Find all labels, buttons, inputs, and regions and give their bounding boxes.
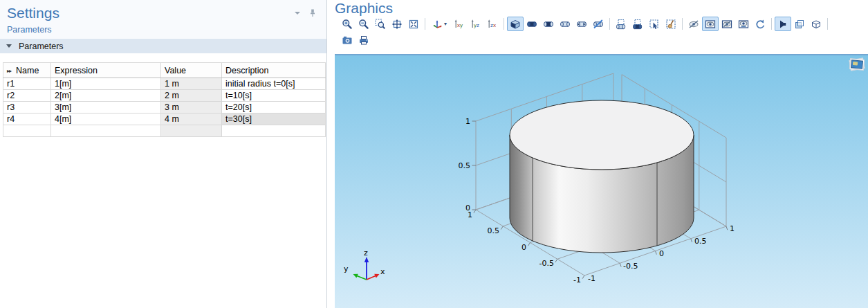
y-axis-tick-label: 0.5 xyxy=(488,226,500,235)
view-xy-icon: xy xyxy=(454,19,465,30)
view-unhidden-button[interactable] xyxy=(702,17,719,31)
cell-description[interactable]: t=10[s] xyxy=(222,90,326,102)
zoom-box-icon xyxy=(375,19,386,30)
show-hidden-button[interactable] xyxy=(735,17,752,31)
cell-expression[interactable] xyxy=(51,125,161,137)
cell-expression[interactable]: 4[m] xyxy=(51,114,161,125)
zoom-out-button[interactable] xyxy=(355,17,372,31)
wireframe-button[interactable] xyxy=(808,17,824,31)
view-yz-button[interactable]: yz xyxy=(468,17,484,31)
wireframe-icon xyxy=(811,19,822,30)
deselect-all-button[interactable] xyxy=(590,17,607,31)
toolbar-separator xyxy=(609,18,610,30)
cell-name[interactable]: r4 xyxy=(3,114,51,125)
select-domains-button[interactable] xyxy=(524,17,540,31)
zoom-to-selection-icon xyxy=(408,19,419,30)
cell-expression[interactable]: 3[m] xyxy=(51,102,161,114)
print-icon xyxy=(358,35,369,46)
go-to-default-view-button[interactable]: ▾ xyxy=(428,17,451,31)
select-edges-button[interactable] xyxy=(557,17,573,31)
toolbar-separator xyxy=(682,18,683,30)
transparency-icon xyxy=(794,19,805,30)
select-points-button[interactable] xyxy=(573,17,590,31)
y-axis-tick-label: 1 xyxy=(468,210,472,219)
table-row: r11[m]1 minitial radius t=0[s] xyxy=(3,78,326,90)
collapse-triangle-icon[interactable] xyxy=(6,44,12,48)
zoom-in-icon xyxy=(342,19,353,30)
add-selection-to-box-button[interactable] xyxy=(613,17,629,31)
settings-panel-subtitle: Parameters xyxy=(7,25,320,37)
plot-thumbnail-icon[interactable] xyxy=(849,58,865,71)
scene-light-button[interactable] xyxy=(775,17,791,31)
cell-name[interactable]: r1 xyxy=(3,78,51,90)
cell-name[interactable]: r2 xyxy=(3,90,51,102)
print-button[interactable] xyxy=(355,33,372,47)
cell-value[interactable] xyxy=(161,125,222,137)
reset-hiding-icon xyxy=(755,19,766,30)
graphics-panel-title: Graphics xyxy=(335,0,868,16)
x-axis-tick-label: -1 xyxy=(588,274,595,283)
column-header-expression[interactable]: Expression xyxy=(51,63,161,78)
reset-hiding-button[interactable] xyxy=(752,17,768,31)
cell-name[interactable] xyxy=(3,125,51,137)
cell-value[interactable]: 3 m xyxy=(161,102,222,114)
view-zx-button[interactable]: zx xyxy=(484,17,501,31)
view-hidden-icon xyxy=(721,19,732,30)
cell-expression[interactable]: 2[m] xyxy=(51,90,161,102)
panel-menu-icon[interactable] xyxy=(292,8,303,19)
column-header-description[interactable]: Description xyxy=(222,63,326,78)
cell-description[interactable]: initial radius t=0[s] xyxy=(222,78,326,90)
graphics-canvas[interactable]: 1 0.5 0 1 0.5 0 -0.5 -1 -1 -0.5 0 0.5 1 xyxy=(335,54,868,308)
zoom-box-button[interactable] xyxy=(372,17,389,31)
pin-icon[interactable] xyxy=(307,8,318,19)
x-axis-tick-label: 1 xyxy=(730,224,735,233)
table-row xyxy=(3,125,326,137)
cell-description[interactable]: t=30[s] xyxy=(222,114,326,125)
cell-expression[interactable]: 1[m] xyxy=(51,78,161,90)
zoom-in-button[interactable] xyxy=(339,17,355,31)
zoom-extents-button[interactable] xyxy=(389,17,405,31)
select-objects-button[interactable] xyxy=(507,17,524,31)
view-hidden-button[interactable] xyxy=(719,17,735,31)
select-box-icon xyxy=(649,19,660,30)
settings-panel: Settings Parameters Parameters ▸▸NameExp… xyxy=(0,0,327,308)
transparency-button[interactable] xyxy=(791,17,808,31)
cylinder-top-face[interactable] xyxy=(510,100,694,170)
clear-selection-button[interactable] xyxy=(663,17,679,31)
cell-description[interactable]: t=20[s] xyxy=(222,102,326,114)
show-hidden-icon xyxy=(738,19,749,30)
reorder-columns-icon[interactable]: ▸▸ xyxy=(7,68,11,74)
x-axis-tick-label: 0 xyxy=(659,249,664,258)
column-header-value[interactable]: Value xyxy=(161,63,222,78)
select-boundaries-icon xyxy=(543,19,554,30)
select-boundaries-button[interactable] xyxy=(540,17,557,31)
dropdown-caret-icon: ▾ xyxy=(444,21,447,27)
graphics-toolbar-row2 xyxy=(335,32,868,48)
clear-selection-icon xyxy=(665,19,676,30)
table-row: r44[m]4 mt=30[s] xyxy=(3,114,326,125)
svg-text:zx: zx xyxy=(490,22,496,28)
graphics-panel: Graphics ▾xyyzzx xyxy=(335,0,868,308)
svg-text:yz: yz xyxy=(474,22,479,28)
cell-name[interactable]: r3 xyxy=(3,102,51,114)
scene-light-icon xyxy=(777,19,788,30)
column-header-name[interactable]: ▸▸Name xyxy=(3,63,51,78)
y-axis-tick-label: -1 xyxy=(573,275,581,284)
cell-value[interactable]: 4 m xyxy=(161,114,222,125)
cell-description[interactable] xyxy=(222,125,326,137)
zoom-to-selection-button[interactable] xyxy=(405,17,422,31)
triad-y-label: y xyxy=(344,264,349,273)
remove-selection-from-box-button[interactable] xyxy=(629,17,646,31)
cell-value[interactable]: 2 m xyxy=(161,90,222,102)
remove-selection-from-box-icon xyxy=(632,19,643,30)
zoom-extents-icon xyxy=(391,19,403,30)
cell-value[interactable]: 1 m xyxy=(161,78,222,90)
table-header-row: ▸▸NameExpressionValueDescription xyxy=(3,63,326,78)
hide-selected-button[interactable] xyxy=(685,17,702,31)
parameters-section-header[interactable]: Parameters xyxy=(0,39,326,53)
image-snapshot-button[interactable] xyxy=(339,33,355,47)
view-xy-button[interactable]: xy xyxy=(451,17,468,31)
cylinder-geometry[interactable] xyxy=(510,100,694,253)
hide-selected-icon xyxy=(688,19,699,30)
select-box-button[interactable] xyxy=(646,17,663,31)
